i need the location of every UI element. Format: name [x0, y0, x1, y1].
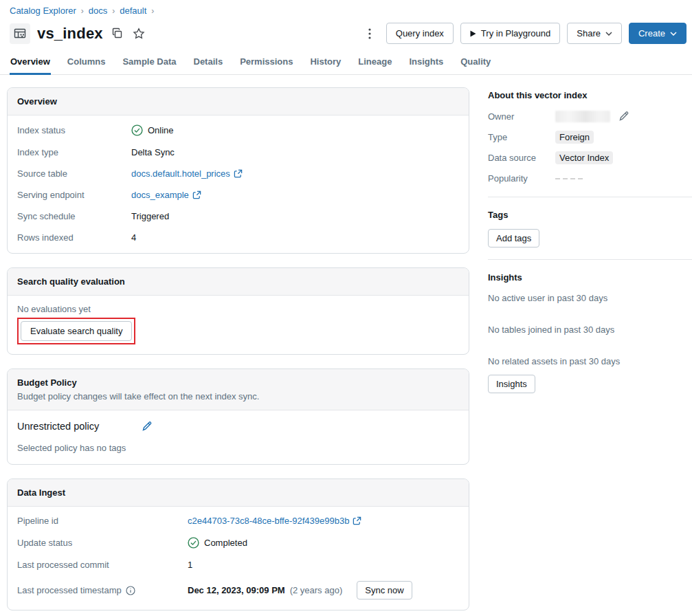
budget-policy-subtitle: Budget policy changes will take effect o… [17, 391, 459, 402]
about-title: About this vector index [488, 90, 692, 100]
sync-now-button[interactable]: Sync now [357, 581, 412, 600]
popularity-row: Popularity [488, 172, 692, 185]
insights-button[interactable]: Insights [488, 375, 535, 393]
chevron-down-icon [605, 32, 612, 36]
index-status-row: Index status Online [8, 119, 469, 142]
pipeline-id-value: c2e44703-73c8-48ce-bffe-92f439e99b3b [188, 516, 349, 526]
tab-sample-data[interactable]: Sample Data [122, 53, 177, 75]
index-type-row: Index type Delta Sync [8, 142, 469, 163]
query-index-button[interactable]: Query index [386, 23, 454, 44]
insight-tables-joined: No tables joined in past 30 days [488, 324, 692, 335]
serving-endpoint-value: docs_example [131, 190, 189, 200]
evaluate-search-quality-button[interactable]: Evaluate search quality [21, 321, 132, 341]
breadcrumb-separator-icon: › [81, 6, 84, 16]
main-column: Overview Index status Online Index type … [7, 87, 469, 610]
query-index-label: Query index [396, 28, 444, 38]
kebab-menu-button[interactable] [363, 25, 377, 42]
last-commit-label: Last processed commit [17, 560, 188, 570]
source-table-label: Source table [17, 168, 131, 179]
data-source-badge: Vector Index [555, 151, 613, 164]
tab-columns[interactable]: Columns [67, 53, 107, 75]
status-completed-icon [188, 537, 199, 549]
add-tags-button[interactable]: Add tags [488, 229, 539, 248]
tab-bar: Overview Columns Sample Data Details Per… [0, 53, 692, 75]
last-commit-row: Last processed commit 1 [8, 554, 469, 575]
add-tags-label: Add tags [496, 233, 531, 243]
rows-indexed-label: Rows indexed [17, 232, 131, 243]
search-quality-panel: Search quality evaluation No evaluations… [7, 267, 469, 355]
owner-row: Owner [488, 109, 692, 123]
sync-schedule-value: Triggered [131, 211, 169, 221]
tags-title: Tags [488, 210, 692, 220]
breadcrumb: Catalog Explorer › docs › default › [10, 4, 687, 16]
right-sidebar: About this vector index Owner Type Forei… [488, 87, 692, 610]
tab-history[interactable]: History [309, 53, 342, 75]
update-status-row: Update status Completed [8, 531, 469, 554]
index-status-value: Online [148, 125, 174, 135]
sync-schedule-label: Sync schedule [17, 211, 131, 221]
type-row: Type Foreign [488, 131, 692, 144]
vector-index-icon [10, 23, 30, 44]
last-commit-value: 1 [188, 560, 192, 570]
copy-name-button[interactable] [110, 26, 124, 41]
last-timestamp-value: Dec 12, 2023, 09:09 PM [188, 585, 285, 595]
favorite-star-button[interactable] [131, 26, 146, 41]
create-label: Create [638, 28, 665, 38]
try-in-playground-button[interactable]: Try in Playground [460, 23, 560, 44]
edit-policy-button[interactable] [140, 419, 154, 433]
breadcrumb-docs[interactable]: docs [89, 6, 107, 16]
pencil-icon [618, 111, 629, 122]
info-icon [126, 586, 135, 595]
popularity-empty-meter [555, 178, 583, 179]
data-ingest-panel: Data Ingest Pipeline id c2e44703-73c8-48… [7, 478, 469, 610]
tab-lineage[interactable]: Lineage [357, 53, 392, 75]
owner-label: Owner [488, 111, 555, 122]
data-ingest-header: Data Ingest [8, 479, 469, 507]
tab-permissions[interactable]: Permissions [239, 53, 293, 75]
breadcrumb-default[interactable]: default [120, 6, 146, 16]
serving-endpoint-link[interactable]: docs_example [131, 190, 201, 200]
index-status-label: Index status [17, 125, 131, 135]
search-quality-header: Search quality evaluation [8, 268, 469, 296]
index-type-label: Index type [17, 147, 131, 157]
popularity-label: Popularity [488, 173, 555, 184]
insight-related-assets: No related assets in past 30 days [488, 356, 692, 366]
status-online-icon [131, 124, 143, 136]
create-button[interactable]: Create [629, 23, 687, 44]
tab-details[interactable]: Details [193, 53, 224, 75]
last-timestamp-label: Last processed timestamp [17, 585, 122, 595]
tab-insights[interactable]: Insights [408, 53, 444, 75]
edit-owner-button[interactable] [617, 109, 631, 123]
insight-active-users: No active user in past 30 days [488, 293, 692, 303]
insights-button-label: Insights [496, 379, 527, 389]
pencil-icon [142, 421, 153, 432]
sidebar-divider [488, 259, 692, 260]
tab-overview[interactable]: Overview [10, 53, 51, 75]
page-header: Catalog Explorer › docs › default › vs_i… [0, 0, 692, 44]
overview-panel-header: Overview [8, 88, 469, 116]
pipeline-id-link[interactable]: c2e44703-73c8-48ce-bffe-92f439e99b3b [188, 516, 361, 526]
share-button[interactable]: Share [567, 23, 622, 44]
pipeline-id-label: Pipeline id [17, 516, 188, 526]
update-status-label: Update status [17, 538, 188, 548]
source-table-value: docs.default.hotel_prices [131, 168, 230, 179]
try-in-playground-label: Try in Playground [481, 28, 550, 38]
breadcrumb-catalog-explorer[interactable]: Catalog Explorer [10, 6, 76, 16]
source-table-link[interactable]: docs.default.hotel_prices [131, 168, 243, 179]
last-timestamp-row: Last processed timestamp Dec 12, 2023, 0… [8, 575, 469, 605]
type-badge: Foreign [555, 131, 594, 144]
annotation-highlight: Evaluate search quality [17, 318, 135, 344]
title-row: vs_index Query index [10, 23, 687, 44]
evaluate-search-quality-label: Evaluate search quality [30, 326, 122, 336]
budget-policy-header: Budget Policy Budget policy changes will… [8, 369, 469, 410]
sidebar-divider [488, 197, 692, 197]
source-table-row: Source table docs.default.hotel_prices [8, 163, 469, 184]
serving-endpoint-row: Serving endpoint docs_example [8, 184, 469, 206]
policy-no-tags-text: Selected policy has no tags [17, 443, 459, 453]
budget-policy-title: Budget Policy [17, 377, 459, 388]
sync-now-label: Sync now [365, 585, 403, 595]
no-evaluations-text: No evaluations yet [17, 304, 459, 314]
play-icon [470, 30, 476, 37]
serving-endpoint-label: Serving endpoint [17, 190, 131, 200]
tab-quality[interactable]: Quality [460, 53, 491, 75]
